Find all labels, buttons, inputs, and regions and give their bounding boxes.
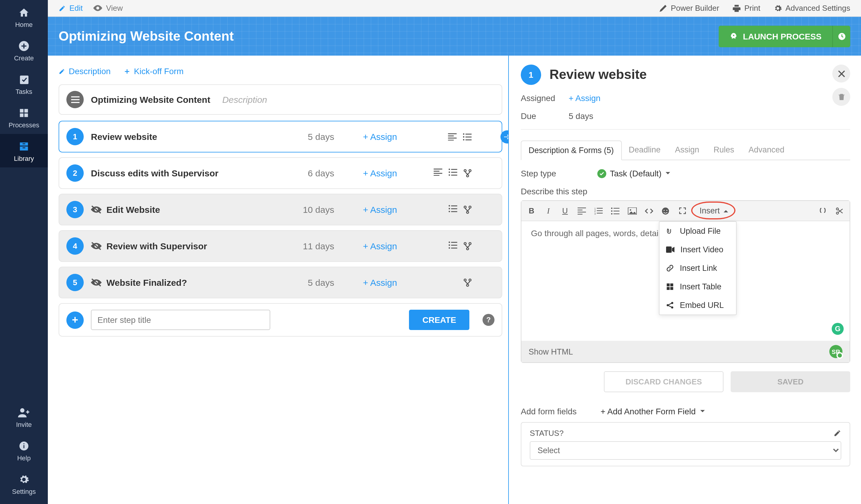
- italic-button[interactable]: I: [543, 205, 554, 216]
- code-button[interactable]: [643, 205, 654, 216]
- insert-upload-file[interactable]: Upload File: [659, 222, 736, 240]
- edit-field-button[interactable]: [834, 429, 841, 437]
- step-row[interactable]: 5Website Finalized?5 days+ Assign: [59, 267, 502, 298]
- branch-icon[interactable]: [463, 205, 472, 214]
- steptype-value[interactable]: Task (Default): [597, 168, 671, 178]
- step-row[interactable]: 2Discuss edits with Supervisor6 days+ As…: [59, 157, 502, 189]
- nav-library[interactable]: Library: [0, 134, 48, 167]
- mode-edit[interactable]: Edit: [59, 3, 83, 13]
- new-step-input[interactable]: [91, 310, 270, 330]
- template-header-row[interactable]: Optimizing Website Content Description: [59, 84, 502, 115]
- image-button[interactable]: [627, 205, 638, 216]
- list-icon[interactable]: [463, 133, 472, 140]
- delete-step-button[interactable]: [832, 88, 850, 106]
- editor-body[interactable]: Go through all pages, words, details, Up…: [521, 221, 850, 341]
- svg-rect-73: [614, 208, 619, 208]
- list-icon[interactable]: [448, 242, 457, 250]
- tab-advanced[interactable]: Advanced: [741, 140, 792, 160]
- step-assign[interactable]: + Assign: [363, 132, 397, 142]
- insert-insert-link[interactable]: Insert Link: [659, 259, 736, 277]
- step-number: 3: [66, 201, 84, 218]
- fullscreen-button[interactable]: [677, 205, 687, 216]
- svg-point-40: [467, 175, 469, 177]
- nav-home[interactable]: Home: [0, 0, 48, 33]
- nav-tasks[interactable]: Tasks: [0, 67, 48, 100]
- power-builder-link[interactable]: Power Builder: [659, 3, 719, 13]
- align-icon[interactable]: [434, 168, 442, 178]
- step-assign[interactable]: + Assign: [363, 241, 397, 251]
- svg-rect-20: [448, 137, 457, 138]
- list-icon: [66, 91, 84, 108]
- insert-button[interactable]: Insert: [696, 204, 733, 217]
- svg-point-79: [630, 209, 631, 210]
- svg-point-22: [463, 133, 465, 135]
- step-assign[interactable]: + Assign: [363, 277, 397, 288]
- step-assign[interactable]: + Assign: [363, 204, 397, 215]
- saved-button[interactable]: SAVED: [730, 371, 850, 392]
- app-sidebar: Home Create Tasks Processes Library Invi…: [0, 0, 48, 504]
- svg-rect-86: [667, 283, 670, 286]
- underline-button[interactable]: U: [560, 205, 571, 216]
- align-icon[interactable]: [448, 133, 457, 140]
- align-button[interactable]: [576, 205, 587, 216]
- subnav-kickoff[interactable]: Kick-off Form: [124, 66, 183, 76]
- tab-rules[interactable]: Rules: [707, 140, 741, 160]
- advanced-settings-link[interactable]: Advanced Settings: [774, 3, 850, 13]
- field-select[interactable]: Select: [530, 441, 841, 460]
- step-row[interactable]: 4Review with Supervisor11 days+ Assign: [59, 230, 502, 262]
- hidden-icon: [91, 242, 102, 250]
- bold-button[interactable]: B: [526, 205, 537, 216]
- list-icon[interactable]: [448, 205, 457, 214]
- svg-point-50: [449, 242, 450, 243]
- svg-text:3: 3: [594, 212, 596, 214]
- launch-process-button[interactable]: LAUNCH PROCESS: [719, 25, 832, 47]
- tab-description[interactable]: Description & Forms (5): [521, 140, 621, 160]
- step-title: Review with Supervisor: [91, 241, 270, 251]
- subnav-description[interactable]: Description: [59, 66, 111, 76]
- discard-button[interactable]: DISCARD CHANGES: [604, 371, 724, 392]
- branch-icon[interactable]: [463, 242, 472, 250]
- assign-link[interactable]: + Assign: [569, 93, 601, 103]
- nav-help[interactable]: Help: [0, 434, 48, 467]
- svg-rect-16: [71, 99, 79, 100]
- user-avatar[interactable]: SR: [829, 345, 843, 358]
- dd-icon: [666, 264, 674, 272]
- step-row[interactable]: 1Review website5 days+ Assign: [59, 121, 502, 152]
- branch-icon[interactable]: [463, 278, 472, 287]
- add-step-button[interactable]: +: [66, 311, 84, 328]
- ol-button[interactable]: 123: [593, 205, 604, 216]
- mode-view[interactable]: View: [94, 3, 123, 13]
- scissors-button[interactable]: [834, 205, 845, 216]
- nav-label: Create: [14, 54, 34, 62]
- insert-insert-video[interactable]: Insert Video: [659, 240, 736, 259]
- help-badge[interactable]: ?: [482, 314, 494, 326]
- add-another-field-button[interactable]: + Add Another Form Field: [601, 407, 705, 416]
- step-row[interactable]: 3Edit Website10 days+ Assign: [59, 194, 502, 226]
- variables-button[interactable]: [817, 205, 828, 216]
- launch-schedule-button[interactable]: [832, 25, 850, 47]
- nav-create[interactable]: Create: [0, 33, 48, 67]
- step-assign[interactable]: + Assign: [363, 168, 397, 178]
- insert-embed-url[interactable]: Embed URL: [659, 296, 736, 314]
- close-panel-button[interactable]: [832, 65, 850, 82]
- nav-invite[interactable]: Invite: [0, 400, 48, 434]
- insert-insert-table[interactable]: Insert Table: [659, 277, 736, 296]
- create-step-button[interactable]: CREATE: [409, 310, 469, 330]
- tab-assign[interactable]: Assign: [668, 140, 707, 160]
- svg-point-34: [449, 172, 450, 173]
- branch-icon[interactable]: [463, 168, 472, 178]
- nav-processes[interactable]: Processes: [0, 100, 48, 134]
- svg-point-58: [467, 248, 469, 250]
- list-icon[interactable]: [448, 168, 457, 178]
- show-html-button[interactable]: Show HTML: [529, 347, 573, 356]
- print-link[interactable]: Print: [733, 3, 760, 13]
- nav-settings[interactable]: Settings: [0, 467, 48, 501]
- grammarly-icon[interactable]: G: [832, 323, 844, 335]
- chevron-down-icon: [699, 410, 705, 413]
- arrow-right-icon[interactable]: [501, 130, 508, 143]
- emoji-button[interactable]: [660, 205, 671, 216]
- svg-point-80: [662, 207, 669, 214]
- step-title: Website Finalized?: [91, 277, 270, 288]
- ul-button[interactable]: [610, 205, 620, 216]
- tab-deadline[interactable]: Deadline: [621, 140, 668, 160]
